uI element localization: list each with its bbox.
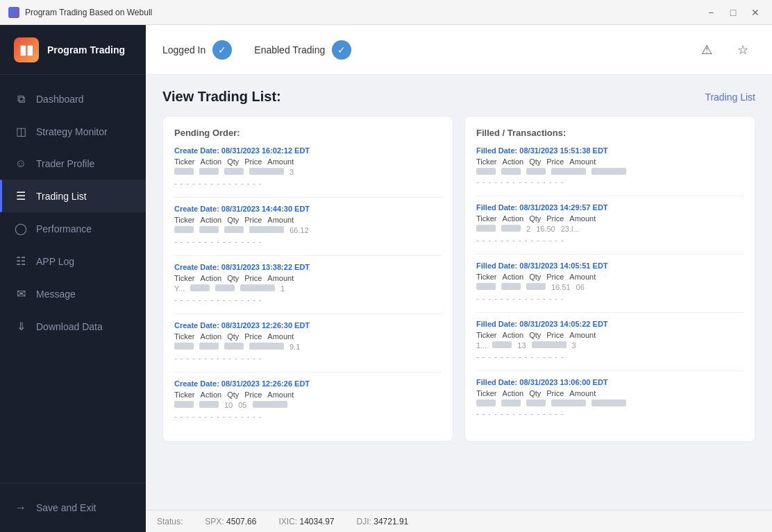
filled-row-5 bbox=[476, 400, 744, 406]
titlebar-controls: − □ ✕ bbox=[703, 4, 764, 21]
blurred-qty-4 bbox=[224, 343, 244, 350]
blurred-qty-3 bbox=[215, 284, 235, 291]
pending-entry-2: Create Date: 08/31/2023 14:44:30 EDT Tic… bbox=[174, 205, 442, 256]
header-actions: ⚠ ☆ bbox=[694, 37, 755, 62]
pending-amount-1: 3 bbox=[290, 168, 294, 176]
header: Logged In ✓ Enabled Trading ✓ ⚠ ☆ bbox=[146, 25, 772, 75]
blurred-f-action-5 bbox=[501, 400, 521, 406]
app-layout: ▮▮ Program Trading ⧉ Dashboard ◫ Strateg… bbox=[0, 25, 772, 532]
pending-divider-5: - - - - - - - - - - - - - - - bbox=[174, 412, 442, 420]
filled-amount-2: 23.l... bbox=[561, 225, 580, 233]
performance-icon: ◯ bbox=[14, 222, 28, 235]
filled-entry-2: Filled Date: 08/31/2023 14:29:57 EDT Tic… bbox=[476, 203, 744, 255]
blurred-ticker-4 bbox=[174, 343, 194, 350]
filled-panel: Filled / Transactions: Filled Date: 08/3… bbox=[464, 116, 755, 442]
sidebar-label-performance: Performance bbox=[36, 223, 92, 234]
pending-divider-3: - - - - - - - - - - - - - - - bbox=[174, 295, 442, 304]
ixic-label: IXIC: bbox=[278, 517, 297, 526]
filled-divider-3: - - - - - - - - - - - - - - - bbox=[476, 294, 744, 302]
blurred-f-action-3 bbox=[501, 283, 521, 290]
blurred-price-1 bbox=[249, 168, 284, 175]
maximize-button[interactable]: □ bbox=[725, 4, 741, 21]
grid-icon: ⧉ bbox=[14, 93, 28, 105]
notification-button[interactable]: ⚠ bbox=[694, 37, 719, 62]
trading-list-button[interactable]: Trading List bbox=[705, 92, 755, 103]
filled-divider-2: - - - - - - - - - - - - - - - bbox=[476, 236, 744, 244]
sidebar-logo: ▮▮ bbox=[14, 37, 39, 62]
blurred-ticker-5 bbox=[174, 401, 194, 408]
pending-headers-5: Ticker Action Qty Price Amount bbox=[174, 391, 442, 399]
filled-date-3: Filled Date: 08/31/2023 14:05:51 EDT bbox=[476, 261, 744, 270]
pending-divider-2: - - - - - - - - - - - - - - - bbox=[174, 237, 442, 246]
blurred-f-ticker-5 bbox=[476, 400, 496, 406]
filled-price-3: 16.51 bbox=[551, 283, 571, 291]
blurred-f-amount-1 bbox=[591, 168, 626, 175]
sidebar-item-download-data[interactable]: ⇓ Download Data bbox=[0, 310, 146, 343]
sidebar-label-dashboard: Dashboard bbox=[36, 94, 84, 105]
sidebar-item-trader-profile[interactable]: ☺ Trader Profile bbox=[0, 148, 146, 180]
sidebar: ▮▮ Program Trading ⧉ Dashboard ◫ Strateg… bbox=[0, 25, 146, 532]
sidebar-label-download-data: Download Data bbox=[36, 321, 103, 332]
sidebar-item-app-log[interactable]: ☷ APP Log bbox=[0, 245, 146, 277]
sidebar-item-save-exit[interactable]: → Save and Exit bbox=[0, 492, 146, 524]
price-visible-5: 05 bbox=[238, 401, 246, 409]
filled-date-1: Filled Date: 08/31/2023 15:51:38 EDT bbox=[476, 146, 744, 155]
sidebar-header: ▮▮ Program Trading bbox=[0, 25, 146, 75]
blurred-f-ticker-1 bbox=[476, 168, 496, 175]
pending-headers-1: Ticker Action Qty Price Amount bbox=[174, 157, 442, 166]
qty-visible-5: 10 bbox=[224, 401, 233, 409]
blurred-f-qty-5 bbox=[526, 400, 546, 406]
sidebar-label-trading-list: Trading List bbox=[36, 191, 87, 202]
pending-headers-4: Ticker Action Qty Price Amount bbox=[174, 332, 442, 341]
blurred-f-ticker-2 bbox=[476, 225, 496, 232]
titlebar: Program Trading Based on Webull − □ ✕ bbox=[0, 0, 772, 25]
blurred-price-2 bbox=[249, 226, 284, 233]
close-button[interactable]: ✕ bbox=[747, 4, 764, 21]
ixic-value: IXIC: 14034.97 bbox=[278, 517, 334, 526]
pending-divider-4: - - - - - - - - - - - - - - - bbox=[174, 354, 442, 362]
blurred-price-3 bbox=[240, 284, 275, 291]
pending-row-4: 9.1 bbox=[174, 343, 442, 351]
logged-in-toggle[interactable]: ✓ bbox=[212, 40, 232, 60]
sidebar-item-strategy-monitor[interactable]: ◫ Strategy Monitor bbox=[0, 115, 146, 148]
blurred-f-qty-1 bbox=[526, 168, 546, 175]
minimize-button[interactable]: − bbox=[703, 4, 719, 21]
page-header: View Trading List: Trading List bbox=[162, 89, 755, 105]
sidebar-item-dashboard[interactable]: ⧉ Dashboard bbox=[0, 83, 146, 115]
enabled-trading-toggle[interactable]: ✓ bbox=[332, 40, 351, 60]
blurred-action-4 bbox=[199, 343, 219, 350]
filled-ticker-4: 1... bbox=[476, 341, 487, 350]
filled-price-2: 16.50 bbox=[536, 225, 555, 233]
pending-row-5: 10 05 bbox=[174, 401, 442, 409]
logged-in-status: Logged In ✓ bbox=[162, 40, 232, 60]
pending-amount-3: 1 bbox=[280, 284, 285, 293]
filled-entry-1: Filled Date: 08/31/2023 15:51:38 EDT Tic… bbox=[476, 146, 744, 196]
blurred-f-price-4 bbox=[532, 341, 567, 348]
blurred-f-price-1 bbox=[551, 168, 586, 175]
sidebar-item-message[interactable]: ✉ Message bbox=[0, 277, 146, 310]
filled-divider-5: - - - - - - - - - - - - - - - bbox=[476, 409, 744, 418]
blurred-action-5 bbox=[199, 401, 219, 408]
sidebar-item-performance[interactable]: ◯ Performance bbox=[0, 212, 146, 245]
blurred-f-action-2 bbox=[501, 225, 521, 232]
pending-date-2: Create Date: 08/31/2023 14:44:30 EDT bbox=[174, 205, 442, 213]
enabled-trading-status: Enabled Trading ✓ bbox=[254, 40, 351, 60]
pending-divider-1: - - - - - - - - - - - - - - - bbox=[174, 179, 442, 187]
blurred-action-3 bbox=[190, 284, 210, 291]
main-content: Logged In ✓ Enabled Trading ✓ ⚠ ☆ View T… bbox=[146, 25, 772, 532]
blurred-price-4 bbox=[249, 343, 284, 350]
filled-headers-3: Ticker Action Qty Price Amount bbox=[476, 273, 744, 281]
blurred-ticker-1 bbox=[174, 168, 194, 175]
chat-button[interactable]: ☆ bbox=[730, 37, 755, 62]
sidebar-item-trading-list[interactable]: ☰ Trading List bbox=[0, 180, 146, 212]
page-title: View Trading List: bbox=[162, 89, 281, 105]
blurred-action-2 bbox=[199, 226, 219, 233]
status-bar: Status: SPX: 4507.66 IXIC: 14034.97 DJI:… bbox=[146, 510, 772, 532]
filled-row-2: 2 16.50 23.l... bbox=[476, 225, 744, 233]
filled-headers-2: Ticker Action Qty Price Amount bbox=[476, 214, 744, 223]
filled-date-2: Filled Date: 08/31/2023 14:29:57 EDT bbox=[476, 203, 744, 212]
pending-row-2: 66.12 bbox=[174, 226, 442, 234]
sidebar-app-name: Program Trading bbox=[47, 44, 125, 55]
filled-qty-4: 13 bbox=[517, 341, 526, 350]
pending-date-5: Create Date: 08/31/2023 12:26:26 EDT bbox=[174, 379, 442, 388]
